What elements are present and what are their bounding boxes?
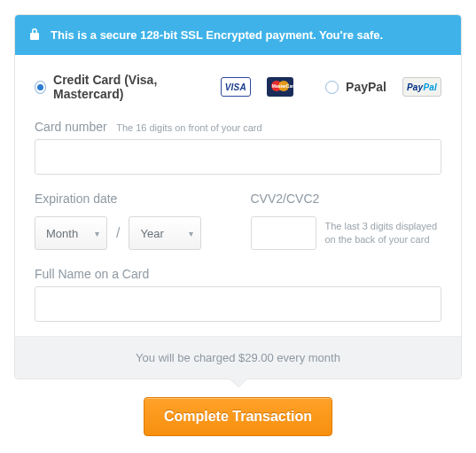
cvv-input[interactable]	[251, 216, 316, 250]
expiration-separator: /	[116, 225, 120, 241]
mastercard-icon: MasterCard	[267, 77, 293, 97]
security-banner: This is a secure 128-bit SSL Encrypted p…	[15, 15, 461, 55]
expiration-month-value: Month	[46, 227, 78, 240]
security-banner-text: This is a secure 128-bit SSL Encrypted p…	[51, 28, 383, 42]
charge-notice-text: You will be charged $29.00 every month	[136, 351, 340, 364]
charge-notice: You will be charged $29.00 every month	[15, 336, 461, 379]
lock-icon	[29, 27, 40, 43]
expiration-year-select[interactable]: Year ▾	[129, 216, 201, 250]
cvv-field: CVV2/CVC2 The last 3 digits displayed on…	[251, 191, 442, 250]
radio-paypal[interactable]	[325, 81, 339, 94]
full-name-field: Full Name on a Card	[35, 266, 441, 322]
cvv-hint: The last 3 digits displayed on the back …	[325, 220, 442, 246]
card-number-label: Card number	[35, 120, 107, 134]
credit-card-option-label: Credit Card (Visa, Mastercard)	[53, 73, 205, 101]
submit-wrap: Complete Transaction	[14, 397, 462, 436]
radio-credit-card[interactable]	[35, 81, 46, 94]
credit-card-option[interactable]: Credit Card (Visa, Mastercard)	[35, 73, 205, 101]
full-name-label: Full Name on a Card	[35, 267, 149, 281]
card-number-input[interactable]	[35, 139, 441, 175]
expiration-field: Expiration date Month ▾ / Year ▾	[35, 191, 226, 250]
chevron-down-icon: ▾	[95, 229, 99, 238]
complete-transaction-button[interactable]: Complete Transaction	[144, 397, 332, 436]
chevron-down-icon: ▾	[189, 229, 193, 238]
full-name-input[interactable]	[35, 286, 441, 322]
visa-icon: VISA	[221, 77, 251, 97]
form-body: Credit Card (Visa, Mastercard) VISA Mast…	[15, 55, 461, 336]
expiration-month-select[interactable]: Month ▾	[35, 216, 107, 250]
cvv-label: CVV2/CVC2	[251, 191, 320, 206]
expiration-year-value: Year	[140, 227, 163, 240]
payment-method-row: Credit Card (Visa, Mastercard) VISA Mast…	[35, 73, 441, 101]
card-number-field: Card number The 16 digits on front of yo…	[35, 119, 441, 175]
paypal-option-label: PayPal	[346, 80, 386, 94]
paypal-icon: PayPal	[402, 77, 441, 97]
payment-form: This is a secure 128-bit SSL Encrypted p…	[14, 14, 462, 379]
paypal-option[interactable]: PayPal	[325, 80, 386, 94]
card-number-hint: The 16 digits on front of your card	[116, 122, 261, 133]
expiration-label: Expiration date	[35, 191, 117, 206]
